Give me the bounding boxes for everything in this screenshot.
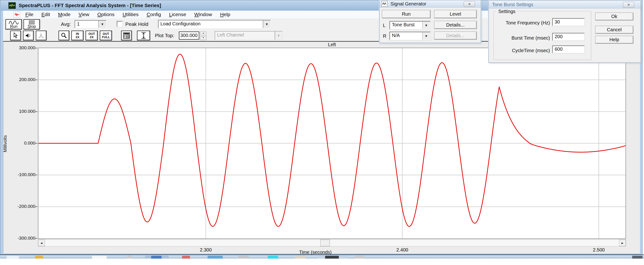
y-axis-tick-label: -100.000	[7, 172, 35, 177]
signal-generator-dialog: Signal Generator ✕ Run Level L Tone Burs…	[379, 0, 481, 43]
taskbar-icon[interactable]	[354, 256, 365, 258]
spin-down-button[interactable]: ▼	[200, 36, 206, 40]
stop-button[interactable]: Stop	[24, 19, 40, 30]
menu-file[interactable]: File	[25, 12, 34, 17]
spin-up-button[interactable]: ▲	[200, 32, 206, 35]
stop-square-icon	[29, 20, 34, 24]
oscilloscope-icon	[9, 3, 15, 8]
cursor-arrow-icon	[13, 32, 18, 39]
taskbar-icon[interactable]	[127, 256, 132, 258]
generator-run-button[interactable]: Run	[382, 10, 430, 18]
menu-options[interactable]: Options	[98, 12, 114, 17]
help-button[interactable]: Help	[595, 36, 633, 44]
scroll-right-button[interactable]: ►	[619, 240, 626, 246]
scrollbar-thumb[interactable]	[320, 240, 330, 246]
taskbar-icon[interactable]	[92, 256, 106, 258]
peak-track-button[interactable]	[36, 30, 47, 40]
ok-button[interactable]: Ok	[595, 12, 633, 20]
zoom-in-2x-button[interactable]: IN2X	[71, 30, 84, 40]
right-signal-combo[interactable]: N/A ▼	[390, 32, 430, 40]
y-axis-tick-label: 300.000	[7, 45, 35, 50]
plot-area[interactable]	[38, 48, 626, 239]
chevron-down-icon[interactable]: ▼	[98, 20, 106, 28]
tone-burst-settings-dialog: Tone Burst Settings ✕ Settings Tone Freq…	[488, 0, 641, 62]
screen: SpectraPLUS - FFT Spectral Analysis Syst…	[0, 0, 644, 265]
monitor-audio-button[interactable]	[23, 30, 34, 40]
document-waveform-icon[interactable]	[14, 12, 20, 18]
taskbar-icon[interactable]	[268, 256, 278, 258]
menu-license[interactable]: License	[169, 12, 186, 17]
zoom-in-2x-button-label: IN2X	[76, 32, 79, 39]
y-tick-mark	[35, 175, 38, 175]
channel-combo: Left Channel ▼	[215, 31, 283, 40]
menu-items: FileEditModeViewOptionsUtilitiesConfigLi…	[25, 12, 230, 17]
menu-window[interactable]: Window	[194, 12, 212, 17]
zoom-out-full-button[interactable]: OUTFULL	[100, 30, 112, 40]
field-input[interactable]: 600	[552, 46, 584, 53]
menu-edit[interactable]: Edit	[42, 12, 50, 17]
chevron-down-icon[interactable]: ▼	[422, 22, 430, 29]
taskbar-icon[interactable]	[325, 256, 339, 258]
waveform-plot	[38, 48, 626, 238]
taskbar-icon[interactable]	[151, 256, 162, 258]
cancel-button[interactable]: Cancel	[595, 26, 633, 34]
plot-top-input[interactable]: 300.000	[179, 32, 199, 40]
zoom-out-2x-button[interactable]: OUT2X	[86, 30, 98, 40]
load-configuration-combo[interactable]: Load Configuration ▼	[158, 20, 271, 28]
signal-generator-title: Signal Generator	[390, 1, 426, 7]
plot-top-label: Plot Top:	[155, 33, 174, 38]
generator-level-button[interactable]: Level	[434, 10, 477, 18]
taskbar-icon[interactable]	[208, 256, 223, 258]
plot-top-value: 300.000	[180, 33, 197, 38]
display-settings-button[interactable]	[121, 30, 132, 40]
close-icon[interactable]: ✕	[464, 1, 475, 7]
y-tick-mark	[35, 48, 38, 48]
plot-top-spinner: ▲ ▼	[200, 32, 206, 40]
select-cursor-button[interactable]	[10, 30, 21, 40]
taskbar-icon[interactable]	[295, 256, 306, 258]
x-axis-title: Time (seconds)	[38, 250, 593, 255]
chevron-down-icon[interactable]: ▼	[263, 20, 270, 28]
y-axis-tick-label: 0.000	[7, 140, 35, 146]
magnifier-icon	[61, 32, 67, 39]
signal-generator-titlebar[interactable]: Signal Generator ✕	[380, 0, 481, 8]
peak-curve-icon	[38, 33, 44, 38]
left-details-button[interactable]: Details...	[434, 21, 477, 29]
taskbar-icon[interactable]	[238, 256, 249, 258]
field-input[interactable]: 30	[552, 18, 584, 26]
horizontal-scrollbar[interactable]: ◄ ►	[38, 240, 626, 246]
chevron-down-icon[interactable]: ▼	[422, 32, 430, 40]
run-button-label: Run	[10, 24, 17, 28]
y-tick-mark	[35, 206, 38, 207]
tone-burst-titlebar[interactable]: Tone Burst Settings ✕	[489, 1, 640, 8]
taskbar-icon[interactable]	[35, 256, 43, 258]
run-button[interactable]: Run	[6, 19, 22, 30]
taskbar-icon[interactable]	[182, 256, 190, 258]
y-axis-tick-label: -300.000	[7, 236, 35, 241]
taskbar-icon[interactable]	[7, 256, 19, 258]
avg-value: 1	[75, 20, 98, 28]
close-icon[interactable]: ✕	[623, 2, 634, 8]
menu-config[interactable]: Config	[147, 12, 161, 17]
zoom-select-button[interactable]	[58, 30, 70, 40]
y-axis-tick-label: 100.000	[7, 109, 35, 114]
taskbar-icon[interactable]	[632, 256, 642, 258]
menu-view[interactable]: View	[79, 12, 89, 17]
settings-panel-icon	[123, 32, 130, 39]
peak-hold-label: Peak Hold	[125, 21, 148, 27]
y-axis-tick-label: 200.000	[7, 77, 35, 82]
peak-hold-checkbox[interactable]	[117, 21, 122, 27]
menu-utilities[interactable]: Utilities	[122, 12, 138, 17]
menu-help[interactable]: Help	[220, 12, 230, 17]
left-signal-combo[interactable]: Tone Burst ▼	[390, 21, 430, 30]
scroll-left-button[interactable]: ◄	[38, 240, 45, 246]
field-input[interactable]: 200	[552, 33, 584, 40]
vertical-scale-button[interactable]	[137, 30, 150, 40]
taskbar[interactable]	[0, 254, 644, 258]
sine-wave-icon	[8, 20, 19, 24]
field-label: CycleTime (msec)	[496, 48, 550, 53]
menu-mode[interactable]: Mode	[58, 12, 70, 17]
avg-combo[interactable]: 1 ▼	[75, 20, 106, 28]
right-details-label: Details...	[446, 33, 465, 38]
channel-value: Left Channel	[215, 32, 274, 40]
